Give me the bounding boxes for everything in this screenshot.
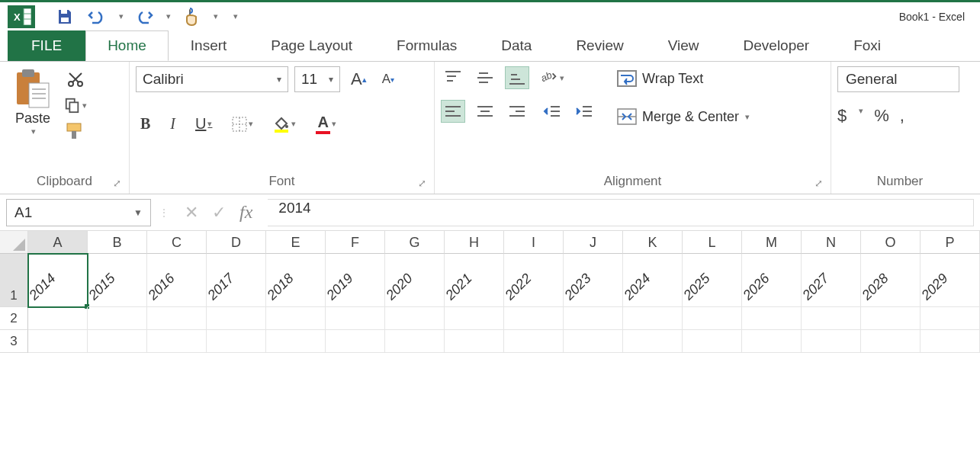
cut-icon[interactable] (64, 69, 87, 89)
align-center-icon[interactable] (473, 100, 497, 123)
cell[interactable]: 2015 (88, 254, 147, 307)
cell[interactable] (385, 307, 445, 330)
cell[interactable]: 2027 (802, 254, 861, 307)
cell[interactable] (326, 330, 385, 353)
cell[interactable] (683, 330, 742, 353)
decrease-indent-icon[interactable] (540, 100, 564, 123)
qat-customize-dropdown[interactable]: ▾ (233, 11, 238, 21)
wrap-text-button[interactable]: Wrap Text (612, 66, 754, 91)
align-top-icon[interactable] (441, 66, 465, 89)
tab-formulas[interactable]: Formulas (374, 30, 479, 61)
cell[interactable] (564, 330, 623, 353)
cell[interactable] (504, 330, 564, 353)
column-header[interactable]: K (623, 231, 683, 254)
tab-data[interactable]: Data (479, 30, 554, 61)
cell[interactable] (802, 307, 861, 330)
tab-file[interactable]: FILE (8, 30, 85, 61)
column-header[interactable]: D (207, 231, 266, 254)
cell[interactable] (921, 330, 980, 353)
cell[interactable] (623, 330, 683, 353)
cell[interactable] (207, 307, 266, 330)
cell[interactable] (88, 330, 147, 353)
cell[interactable]: 2016 (147, 254, 207, 307)
increase-font-icon[interactable]: A▴ (346, 66, 371, 92)
decrease-font-icon[interactable]: A▾ (378, 69, 399, 90)
cell[interactable]: 2020 (385, 254, 445, 307)
cell[interactable]: 2017 (207, 254, 266, 307)
italic-button[interactable]: I (165, 112, 180, 136)
column-header[interactable]: E (266, 231, 326, 254)
align-right-icon[interactable] (505, 100, 529, 123)
font-size-select[interactable]: 11▾ (294, 66, 340, 92)
cell[interactable] (88, 307, 147, 330)
undo-dropdown[interactable]: ▾ (119, 11, 124, 21)
select-all-corner[interactable] (0, 231, 28, 254)
cell[interactable] (683, 307, 742, 330)
copy-icon[interactable]: ▾ (64, 95, 87, 115)
align-middle-icon[interactable] (473, 66, 497, 89)
cell[interactable] (802, 330, 861, 353)
cell[interactable]: 2022 (504, 254, 564, 307)
tab-foxit[interactable]: Foxi (831, 30, 903, 61)
tab-home[interactable]: Home (85, 30, 169, 61)
column-header[interactable]: H (445, 231, 504, 254)
touch-dropdown[interactable]: ▾ (214, 11, 218, 21)
percent-button[interactable]: % (874, 106, 889, 126)
border-button[interactable]: ▾ (227, 114, 258, 135)
cell[interactable]: 2023 (564, 254, 623, 307)
row-header[interactable]: 1 (0, 254, 28, 307)
tab-developer[interactable]: Developer (721, 30, 832, 61)
row-header[interactable]: 2 (0, 307, 28, 330)
column-header[interactable]: C (147, 231, 207, 254)
cell[interactable] (266, 307, 326, 330)
cell[interactable] (861, 330, 921, 353)
bold-button[interactable]: B (136, 112, 155, 136)
cell[interactable] (564, 307, 623, 330)
paste-button[interactable]: Paste ▾ (6, 66, 59, 136)
align-left-icon[interactable] (441, 100, 465, 123)
cell[interactable] (742, 330, 802, 353)
paste-dropdown[interactable]: ▾ (31, 127, 36, 136)
tab-insert[interactable]: Insert (169, 30, 249, 61)
column-header[interactable]: L (683, 231, 742, 254)
cell[interactable] (147, 307, 207, 330)
cell[interactable] (326, 307, 385, 330)
tab-review[interactable]: Review (554, 30, 645, 61)
cell[interactable]: 2018 (266, 254, 326, 307)
column-header[interactable]: A (28, 231, 88, 254)
cell[interactable] (266, 330, 326, 353)
touch-mode-icon[interactable] (180, 5, 203, 28)
cancel-icon[interactable]: ✕ (185, 203, 198, 223)
cell[interactable]: 2026 (742, 254, 802, 307)
tab-view[interactable]: View (646, 30, 721, 61)
cell[interactable] (623, 307, 683, 330)
cell[interactable] (742, 307, 802, 330)
align-bottom-icon[interactable] (505, 66, 529, 89)
redo-dropdown[interactable]: ▾ (166, 11, 171, 21)
cell[interactable]: 2014 (28, 254, 88, 307)
cell[interactable]: 2019 (326, 254, 385, 307)
currency-button[interactable]: $ (837, 106, 847, 126)
undo-icon[interactable] (85, 5, 108, 28)
cell[interactable] (385, 330, 445, 353)
font-color-button[interactable]: A▾ (311, 111, 340, 137)
formula-input[interactable]: 2014 (268, 199, 974, 226)
cell[interactable] (28, 307, 88, 330)
column-header[interactable]: P (921, 231, 980, 254)
cell[interactable] (28, 330, 88, 353)
cell[interactable] (445, 330, 504, 353)
cell[interactable] (504, 307, 564, 330)
row-header[interactable]: 3 (0, 330, 28, 353)
cell[interactable]: 2029 (921, 254, 980, 307)
cell[interactable] (921, 307, 980, 330)
number-format-select[interactable]: General (837, 66, 959, 92)
fx-icon[interactable]: fx (239, 202, 252, 223)
font-launcher[interactable]: ⤢ (418, 178, 426, 189)
cell[interactable]: 2028 (861, 254, 921, 307)
cell[interactable] (445, 307, 504, 330)
cell[interactable] (207, 330, 266, 353)
alignment-launcher[interactable]: ⤢ (815, 178, 823, 189)
column-header[interactable]: M (742, 231, 802, 254)
underline-button[interactable]: U▾ (191, 112, 217, 136)
redo-icon[interactable] (133, 5, 156, 28)
